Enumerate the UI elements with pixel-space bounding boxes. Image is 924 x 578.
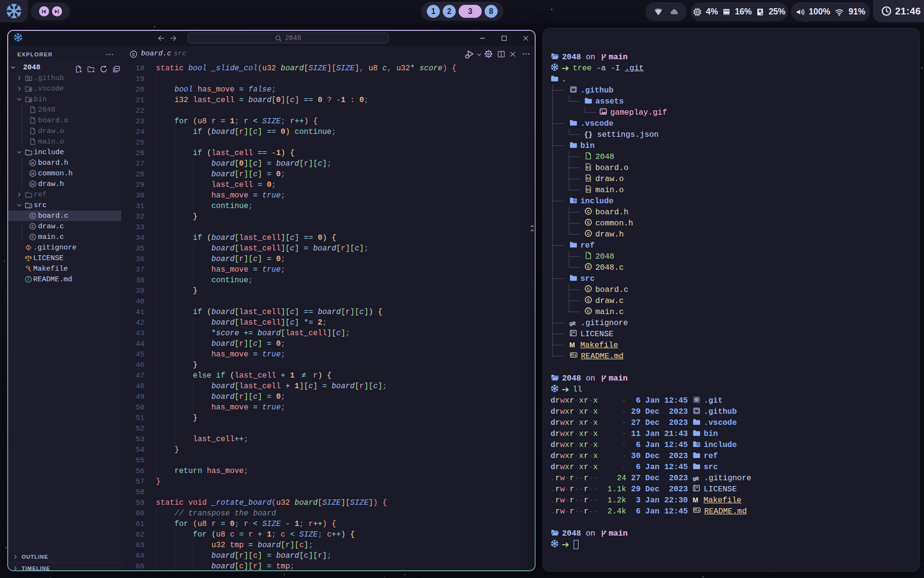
svg-text:C: C — [587, 231, 590, 236]
svg-text:C: C — [587, 286, 590, 291]
svg-text:C: C — [587, 297, 590, 302]
svg-text:C: C — [31, 213, 34, 218]
svg-text:C: C — [132, 52, 135, 57]
svg-text:C: C — [587, 220, 590, 225]
svg-text:C: C — [31, 224, 34, 229]
svg-text:H: H — [31, 182, 34, 186]
svg-text:01: 01 — [586, 166, 590, 170]
svg-text:H: H — [31, 161, 34, 165]
svg-text:C: C — [31, 235, 34, 239]
svg-text:01: 01 — [586, 177, 590, 181]
svg-text:H: H — [31, 171, 34, 176]
svg-text:C: C — [587, 209, 590, 214]
svg-text:C: C — [587, 308, 590, 314]
svg-text:C: C — [587, 264, 590, 269]
svg-text:01: 01 — [586, 188, 590, 192]
